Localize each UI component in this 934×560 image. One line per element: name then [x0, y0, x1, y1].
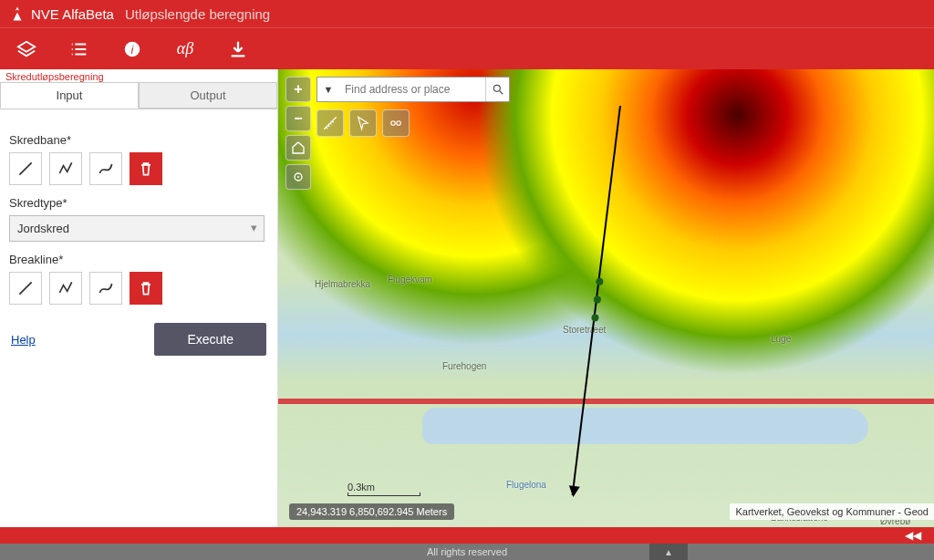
- breakline-label: Breakline*: [9, 253, 268, 266]
- draw-freehand-button[interactable]: [89, 152, 122, 185]
- tab-output[interactable]: Output: [139, 82, 277, 109]
- breakline-draw-tools: [9, 272, 268, 305]
- nve-logo-icon: [9, 5, 26, 22]
- clear-breakline-button[interactable]: [130, 272, 162, 305]
- map-search: ▼: [317, 77, 510, 102]
- alphabeta-button[interactable]: αβ: [159, 28, 212, 70]
- app-name: NVE AlfaBeta: [31, 6, 114, 22]
- sidebar-collapse-bar: ◀◀: [0, 527, 934, 544]
- help-link[interactable]: Help: [11, 333, 36, 347]
- arrowhead-icon: [567, 485, 579, 497]
- map-road: [278, 399, 934, 404]
- execute-button[interactable]: Execute: [154, 323, 266, 356]
- place-label: Hjelmabrekka: [315, 279, 370, 289]
- place-label: Storetræet: [563, 325, 606, 335]
- home-extent-button[interactable]: [285, 135, 311, 161]
- clear-skredbane-button[interactable]: [130, 152, 162, 185]
- settings-tool-button[interactable]: [382, 109, 410, 137]
- svg-point-3: [297, 176, 299, 178]
- tab-input[interactable]: Input: [0, 82, 139, 109]
- coords-display: 24,943.319 6,850,692.945 Meters: [289, 503, 454, 520]
- footer-rights: All rights reserved: [427, 546, 507, 557]
- footer: All rights reserved ▲: [0, 544, 934, 560]
- map-background: [278, 69, 934, 527]
- footer-expand-handle[interactable]: ▲: [649, 544, 688, 560]
- locate-button[interactable]: [285, 164, 311, 190]
- svg-point-6: [397, 121, 401, 126]
- draw-line-button-2[interactable]: [9, 272, 42, 305]
- draw-polyline-button[interactable]: [49, 152, 82, 185]
- svg-point-4: [493, 85, 500, 91]
- search-input[interactable]: [339, 79, 485, 99]
- section-label: Skredutløpsberegning: [0, 67, 109, 82]
- place-label: Flugelona: [506, 480, 546, 490]
- scale-label: 0.3km: [348, 482, 420, 493]
- map-attribution: Kartverket, Geovekst og Kommuner - Geod: [730, 503, 934, 520]
- select-tool-button[interactable]: [349, 109, 377, 137]
- measure-button[interactable]: [317, 109, 344, 137]
- draw-freehand-button-2[interactable]: [89, 272, 122, 305]
- draw-line-button[interactable]: [9, 152, 42, 185]
- search-button[interactable]: [485, 78, 509, 101]
- map-canvas[interactable]: Hjelmabrekka Flugekvam Storetræet Fureho…: [278, 69, 934, 527]
- page-title: Utløpslengde beregning: [125, 6, 270, 22]
- draw-polyline-button-2[interactable]: [49, 272, 82, 305]
- place-label: Flugekvam: [388, 275, 432, 285]
- info-button[interactable]: i: [106, 28, 159, 70]
- scale-bar: 0.3km: [348, 482, 420, 496]
- place-label: Luge: [771, 334, 791, 344]
- place-label: Furehogen: [442, 361, 486, 371]
- svg-point-5: [391, 121, 396, 126]
- download-button[interactable]: [212, 28, 265, 70]
- main-toolbar: i αβ: [0, 27, 934, 69]
- layers-button[interactable]: [0, 28, 53, 70]
- zoom-in-button[interactable]: +: [285, 77, 311, 102]
- zoom-out-button[interactable]: −: [285, 106, 311, 131]
- map-water: [422, 408, 868, 444]
- collapse-sidebar-button[interactable]: ◀◀: [905, 529, 921, 542]
- skredbane-draw-tools: [9, 152, 268, 185]
- skredbane-label: Skredbane*: [9, 133, 268, 147]
- search-scope-dropdown[interactable]: ▼: [317, 84, 339, 95]
- skredtype-select[interactable]: Jordskred: [9, 215, 265, 242]
- skredtype-label: Skredtype*: [9, 196, 268, 210]
- input-sidebar: Skredutløpsberegning Input Output Skredb…: [0, 69, 278, 527]
- list-button[interactable]: [53, 28, 106, 70]
- app-header: NVE AlfaBeta Utløpslengde beregning: [0, 0, 934, 27]
